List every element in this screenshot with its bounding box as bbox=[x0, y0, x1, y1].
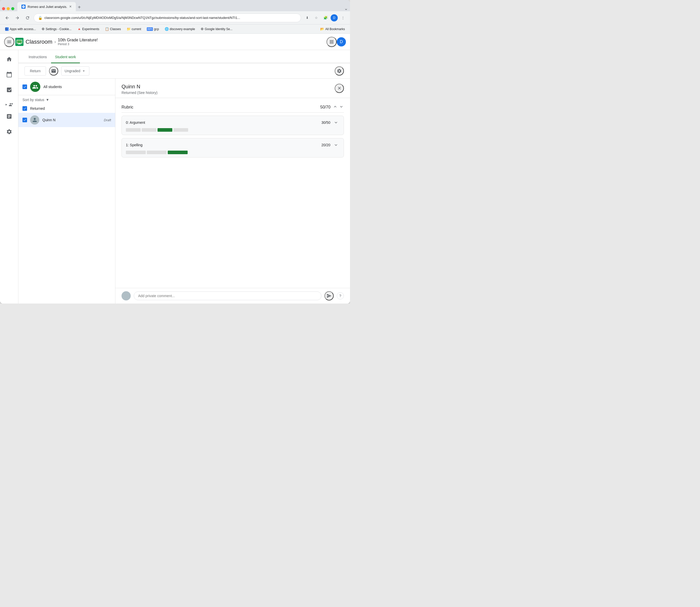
spelling-seg-1 bbox=[126, 151, 146, 154]
settings-button[interactable] bbox=[335, 66, 344, 76]
back-btn[interactable] bbox=[3, 14, 11, 22]
bookmark-btn[interactable]: ☆ bbox=[312, 14, 321, 22]
progress-seg-4 bbox=[173, 128, 188, 132]
address-actions: ⬇ ☆ 🧩 D ⋮ bbox=[303, 14, 347, 22]
student-checkbox[interactable] bbox=[22, 118, 27, 122]
bookmark-settings[interactable]: ⚙ Settings - Cookie... bbox=[40, 26, 74, 32]
maximize-window-btn[interactable] bbox=[11, 7, 14, 10]
rubric-section: Rubric 50/70 bbox=[116, 98, 350, 288]
progress-seg-3-active bbox=[158, 128, 172, 132]
minimize-window-btn[interactable] bbox=[7, 7, 10, 10]
hamburger-menu[interactable] bbox=[4, 37, 14, 47]
split-view: All students Sort by status ▾ R bbox=[18, 79, 350, 304]
user-avatar[interactable]: D bbox=[337, 37, 346, 46]
grade-filter[interactable]: Ungraded bbox=[61, 66, 89, 76]
rubric-spelling-progress bbox=[126, 151, 339, 154]
forward-btn[interactable] bbox=[13, 14, 21, 22]
bookmark-apps[interactable]: G Apps with access... bbox=[3, 26, 38, 32]
score-up-icon[interactable] bbox=[333, 104, 344, 110]
more-btn[interactable]: ⋮ bbox=[339, 14, 347, 22]
return-button[interactable]: Return bbox=[24, 66, 46, 76]
address-bar: 🔒 classroom.google.com/u/0/c/NjEyMDI4ODI… bbox=[0, 11, 350, 24]
detail-student-name: Quinn N bbox=[122, 84, 335, 90]
rubric-item-argument-expand[interactable] bbox=[332, 119, 339, 126]
bookmark-label: Google Identity Se... bbox=[205, 27, 232, 31]
all-students-checkbox[interactable] bbox=[22, 84, 27, 89]
rubric-item-spelling-expand[interactable] bbox=[332, 141, 339, 149]
tab-instructions[interactable]: Instructions bbox=[24, 51, 51, 63]
tab-close-btn[interactable]: × bbox=[69, 4, 71, 9]
url-text: classroom.google.com/u/0/c/NjEyMDI4ODIxM… bbox=[44, 16, 240, 20]
detail-header: Quinn N Returned (See history) ✕ bbox=[116, 79, 350, 98]
all-students-label: All students bbox=[43, 85, 111, 89]
sidebar-expand-people[interactable] bbox=[4, 101, 15, 108]
rubric-header: Rubric 50/70 bbox=[122, 102, 344, 112]
refresh-btn[interactable] bbox=[23, 14, 32, 22]
bookmark-gcp[interactable]: RPI gcp bbox=[145, 26, 161, 32]
rubric-item-spelling: 1: Spelling 20/20 bbox=[122, 138, 344, 158]
active-tab[interactable]: Romeo and Juliet analysis. × bbox=[17, 2, 76, 11]
bookmark-label: gcp bbox=[154, 27, 159, 31]
bookmark-current[interactable]: 📁 current bbox=[125, 26, 143, 32]
lock-icon: 🔒 bbox=[38, 16, 42, 20]
url-bar[interactable]: 🔒 classroom.google.com/u/0/c/NjEyMDI4ODI… bbox=[34, 14, 301, 22]
bookmarks-bar: G Apps with access... ⚙ Settings - Cooki… bbox=[0, 24, 350, 34]
rubric-item-argument-score: 30/50 bbox=[322, 121, 330, 125]
sidebar-item-assignments[interactable] bbox=[2, 83, 16, 97]
student-avatar bbox=[30, 116, 39, 125]
bookmark-label: discovery example bbox=[170, 27, 195, 31]
bookmark-all[interactable]: 📂 All Bookmarks bbox=[318, 26, 347, 32]
all-students-row[interactable]: All students bbox=[18, 79, 115, 95]
all-students-icon bbox=[30, 82, 40, 92]
rubric-item-argument-header: 0: Argument 30/50 bbox=[126, 119, 339, 126]
classroom-icon-svg bbox=[15, 38, 23, 46]
folder-icon: 📁 bbox=[127, 27, 131, 31]
gcp-badge: RPI bbox=[147, 27, 153, 31]
sidebar-item-home[interactable] bbox=[2, 52, 16, 66]
close-detail-btn[interactable]: ✕ bbox=[335, 84, 344, 93]
extensions-btn[interactable]: 🧩 bbox=[322, 14, 330, 22]
rubric-item-argument-name: 0: Argument bbox=[126, 121, 322, 125]
sidebar-item-calendar[interactable] bbox=[2, 67, 16, 82]
bookmark-discovery[interactable]: 🌐 discovery example bbox=[163, 26, 197, 32]
profile-btn[interactable]: D bbox=[331, 14, 338, 21]
bookmark-classes[interactable]: 📋 Classes bbox=[103, 26, 123, 32]
tab-title: Romeo and Juliet analysis. bbox=[27, 5, 67, 9]
tab-student-work[interactable]: Student work bbox=[51, 51, 80, 63]
progress-seg-1 bbox=[126, 128, 141, 132]
grade-filter-label: Ungraded bbox=[65, 69, 80, 73]
student-row[interactable]: Quinn N Draft bbox=[18, 113, 115, 127]
sidebar-item-gradebook[interactable] bbox=[2, 109, 16, 124]
classes-icon: 📋 bbox=[105, 27, 109, 31]
bookmark-google-identity[interactable]: ⚙ Google Identity Se... bbox=[199, 26, 234, 32]
sidebar bbox=[0, 50, 18, 304]
apps-grid-btn[interactable] bbox=[327, 37, 337, 47]
mail-button[interactable] bbox=[49, 66, 58, 76]
discovery-icon: 🌐 bbox=[165, 27, 169, 31]
comment-avatar bbox=[122, 291, 131, 300]
sort-arrow-icon[interactable]: ▾ bbox=[46, 97, 48, 102]
student-status: Draft bbox=[104, 118, 111, 122]
bookmark-label: current bbox=[132, 27, 141, 31]
course-name: 10th Grade Literature! bbox=[58, 38, 98, 42]
returned-section-checkbox[interactable] bbox=[22, 106, 27, 111]
comment-section: ? bbox=[116, 288, 350, 304]
browser-menu-btn[interactable]: ⌄ bbox=[344, 6, 348, 11]
help-btn[interactable]: ? bbox=[337, 292, 344, 299]
folder-all-icon: 📂 bbox=[320, 27, 324, 31]
bookmark-favicon: G bbox=[5, 27, 9, 31]
comment-input[interactable] bbox=[134, 292, 322, 300]
close-window-btn[interactable] bbox=[2, 7, 5, 10]
send-comment-btn[interactable] bbox=[325, 291, 334, 300]
bookmark-label: Settings - Cookie... bbox=[46, 27, 71, 31]
course-period: Period 3 bbox=[58, 42, 98, 46]
new-tab-btn[interactable]: + bbox=[76, 3, 83, 11]
spelling-seg-2 bbox=[147, 151, 167, 154]
sidebar-item-settings[interactable] bbox=[2, 125, 16, 139]
bookmark-experiments[interactable]: 🔺 Experiments bbox=[75, 26, 101, 32]
bookmark-label: Apps with access... bbox=[10, 27, 36, 31]
download-btn[interactable]: ⬇ bbox=[303, 14, 311, 22]
detail-student-info: Quinn N Returned (See history) bbox=[122, 84, 335, 95]
experiments-icon: 🔺 bbox=[77, 27, 81, 31]
app-title: Classroom bbox=[25, 39, 52, 45]
